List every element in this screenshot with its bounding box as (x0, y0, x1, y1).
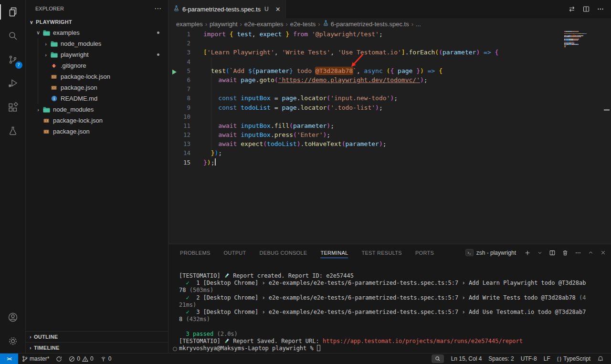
cursor-position[interactable]: Ln 15, Col 4 (448, 355, 485, 362)
npm-file-icon (42, 129, 51, 135)
indentation-setting[interactable]: Spaces: 2 (485, 355, 517, 362)
ports-status[interactable]: 0 (97, 354, 115, 364)
testing-icon[interactable] (0, 119, 26, 143)
split-terminal-icon[interactable] (549, 250, 556, 256)
panel-tab-problems[interactable]: PROBLEMS (180, 244, 211, 261)
more-actions-icon[interactable] (597, 5, 604, 13)
maximize-panel-chevron-icon[interactable] (588, 250, 594, 256)
line-number: 4 (169, 57, 190, 66)
panel-tab-debug-console[interactable]: DEBUG CONSOLE (260, 244, 307, 261)
breadcrumb-item[interactable]: e2e-examples (244, 21, 284, 28)
file-label: examples (51, 29, 80, 36)
eol-setting[interactable]: LF (540, 355, 554, 362)
settings-gear-icon[interactable] (0, 329, 26, 353)
tree-item-package.json[interactable]: package.json (26, 126, 168, 137)
branch-name: master* (30, 355, 49, 362)
panel-tab-test-results[interactable]: TEST RESULTS (361, 244, 402, 261)
tree-item-package-lock.json[interactable]: package-lock.json (26, 71, 168, 82)
code-line-11[interactable]: 11 await inputBox.fill(parameter); (169, 121, 611, 130)
zoom-icon[interactable] (432, 354, 444, 363)
editor-pane[interactable]: 1import { test, expect } from '@playwrig… (169, 30, 611, 244)
problems-status[interactable]: 0 0 (65, 354, 96, 364)
minimap[interactable] (564, 31, 601, 47)
terminal-line: 8 (432ms) (179, 316, 611, 323)
breadcrumb-item[interactable]: ... (416, 21, 421, 28)
sync-icon[interactable] (53, 354, 65, 364)
outline-section[interactable]: › OUTLINE (26, 331, 168, 342)
notifications-bell-icon[interactable] (594, 355, 607, 362)
language-mode[interactable]: { } TypeScript (554, 355, 594, 362)
terminal-line: 3 passed (2.0s) (179, 331, 611, 338)
search-icon[interactable] (0, 24, 26, 48)
code-line-7[interactable]: 7 (169, 84, 611, 94)
tree-item-package-lock.json[interactable]: package-lock.json (26, 115, 168, 126)
run-debug-icon[interactable] (0, 72, 26, 95)
modified-dot (157, 53, 159, 56)
npm-file-icon (42, 118, 51, 124)
git-branch-status[interactable]: master* (18, 354, 53, 364)
timeline-label: TIMELINE (34, 345, 60, 351)
breadcrumb-separator: › (240, 21, 242, 28)
tree-item-examples[interactable]: ∨examples (26, 27, 168, 38)
code-line-5[interactable]: 5 test(`Add ${parameter} todo @T3d28ab78… (169, 66, 611, 75)
tree-item-node_modules[interactable]: ›node_modules (26, 104, 168, 115)
terminal-line: ✓ 2 [Desktop Chrome] › e2e-examples/e2e-… (179, 294, 611, 302)
status-bar: >< master* 0 0 (0, 353, 611, 364)
code-line-3[interactable]: 3['Learn Playwright', 'Write Tests', 'Us… (169, 48, 611, 57)
account-icon[interactable] (0, 305, 26, 329)
status-bar-right: Ln 15, Col 4 Spaces: 2 UTF-8 LF { } Type… (432, 354, 611, 363)
breadcrumb-item[interactable]: e2e-tests (290, 21, 316, 28)
code-line-8[interactable]: 8 const inputBox = page.locator('input.n… (169, 94, 611, 103)
file-label: package.json (51, 128, 90, 135)
project-section-header[interactable]: ∨ PLAYWRIGHT (26, 17, 168, 27)
source-control-icon[interactable]: 7 (0, 48, 26, 72)
breadcrumb-item[interactable]: 6-parametrized-tests.spec.ts (323, 20, 409, 28)
explorer-tree: ∨examples›node_modules›playwright.gitign… (26, 27, 168, 137)
breadcrumb-item[interactable]: playwright (210, 21, 238, 28)
panel-tab-terminal[interactable]: TERMINAL (320, 244, 348, 261)
code-line-6[interactable]: 6 await page.goto('https://demo.playwrig… (169, 75, 611, 84)
code-text (190, 112, 203, 121)
terminal-session[interactable]: zsh - playwright (465, 249, 516, 256)
code-line-9[interactable]: 9 const todoList = page.locator('.todo-l… (169, 103, 611, 112)
terminal-output[interactable]: [TESTOMATIO] Report created. Report ID: … (169, 261, 611, 353)
close-panel-icon[interactable] (600, 250, 606, 256)
line-number: 3 (169, 48, 190, 57)
panel-tab-output[interactable]: OUTPUT (224, 244, 246, 261)
code-line-14[interactable]: 14 }); (169, 148, 611, 157)
tree-item-playwright[interactable]: ›playwright (26, 49, 168, 60)
extensions-icon[interactable] (0, 95, 26, 119)
code-line-12[interactable]: 12 await inputBox.press('Enter'); (169, 130, 611, 139)
code-text: const inputBox = page.locator('input.new… (190, 94, 398, 103)
tree-item-node_modules[interactable]: ›node_modules (26, 38, 168, 49)
code-line-4[interactable]: 4 (169, 57, 611, 66)
file-label: README.md (58, 95, 97, 102)
tree-item-README.md[interactable]: README.md (26, 93, 168, 104)
code-line-13[interactable]: 13 await expect(todoList).toHaveText(par… (169, 139, 611, 148)
panel-tab-ports[interactable]: PORTS (415, 244, 434, 261)
panel-more-actions-icon[interactable] (575, 250, 581, 256)
source-control-badge: 7 (15, 62, 22, 69)
remote-indicator[interactable]: >< (0, 354, 18, 364)
split-editor-icon[interactable] (582, 5, 590, 13)
compare-changes-icon[interactable] (568, 5, 576, 13)
code-line-1[interactable]: 1import { test, expect } from '@playwrig… (169, 30, 611, 39)
editor-actions (568, 0, 611, 18)
tree-item-package.json[interactable]: package.json (26, 82, 168, 93)
new-terminal-icon[interactable] (524, 250, 531, 256)
code-line-2[interactable]: 2 (169, 39, 611, 48)
tree-item-.gitignore[interactable]: .gitignore (26, 60, 168, 71)
code-line-10[interactable]: 10 (169, 112, 611, 121)
folder-file-icon (42, 107, 51, 113)
code-line-15[interactable]: 15}); (169, 158, 611, 167)
close-icon[interactable]: ✕ (275, 6, 281, 13)
breadcrumb-item[interactable]: examples (176, 21, 203, 28)
encoding-setting[interactable]: UTF-8 (517, 355, 540, 362)
kill-terminal-trash-icon[interactable] (562, 250, 569, 256)
explorer-icon[interactable] (0, 0, 26, 24)
more-actions-icon[interactable]: ⋯ (154, 4, 161, 13)
tab-spec-file[interactable]: 6-parametrized-tests.spec.ts U ✕ (169, 0, 286, 18)
file-label: package-lock.json (58, 73, 110, 80)
terminal-profile-chevron-icon[interactable] (537, 250, 543, 256)
timeline-section[interactable]: › TIMELINE (26, 342, 168, 353)
